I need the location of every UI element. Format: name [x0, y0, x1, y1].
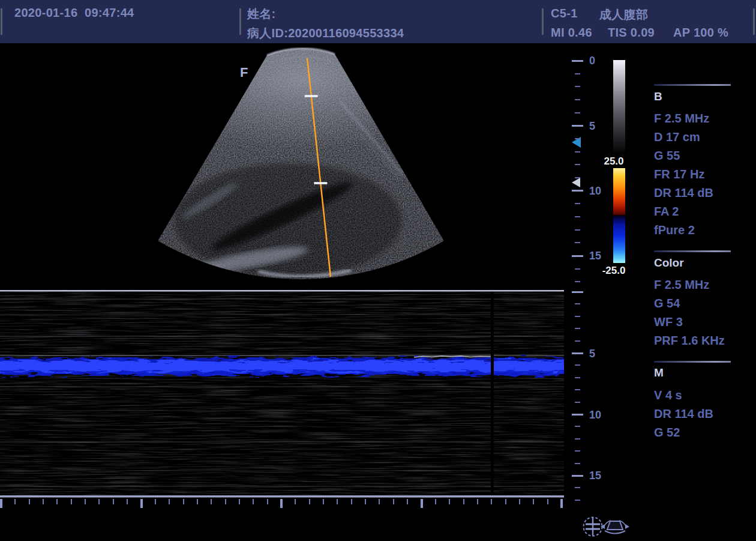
time-tick: [211, 499, 212, 504]
depth-label-b-15: 15: [589, 250, 601, 262]
panel-divider: [654, 250, 731, 252]
depth-tick-b: [575, 138, 580, 139]
gate-depth-marker-icon[interactable]: [572, 178, 580, 187]
b-param-depth: D 17 cm: [654, 128, 700, 147]
time-tick: [56, 499, 58, 504]
orientation-marker: F: [240, 65, 248, 80]
time-tick: [491, 499, 492, 504]
ellipse-measure-icon[interactable]: [584, 518, 602, 536]
time-tick: [533, 499, 534, 504]
time-tick: [0, 499, 2, 508]
time-tick: [113, 499, 114, 504]
depth-tick-b: [572, 125, 583, 127]
m-area-top-border: [0, 290, 564, 292]
time-tick: [169, 499, 170, 504]
color-flow-band: [0, 358, 564, 375]
b-section-title: B: [654, 90, 662, 103]
time-tick: [280, 499, 283, 508]
time-tick: [463, 499, 464, 504]
time-tick: [449, 499, 450, 504]
depth-tick-b: [575, 268, 580, 270]
depth-tick-b: [575, 99, 580, 100]
depth-tick-m: [575, 450, 580, 452]
time-tick: [253, 499, 254, 504]
depth-tick-m: [572, 475, 583, 477]
time-tick: [407, 499, 408, 504]
ap-value: AP 100 %: [673, 26, 728, 40]
depth-tick-m: [575, 303, 580, 304]
depth-tick-b: [575, 73, 580, 74]
patient-id: 病人ID:20200116094553334: [247, 25, 404, 41]
time-tick: [155, 499, 156, 504]
time-tick: [71, 499, 72, 504]
time-tick: [421, 499, 423, 508]
color-param-wallfilter: WF 3: [654, 313, 683, 331]
tis-value: TIS 0.09: [608, 26, 655, 40]
color-section-title: Color: [654, 256, 684, 270]
depth-tick-b: [575, 177, 580, 178]
depth-tick-m: [575, 364, 580, 366]
time-tick: [309, 499, 310, 504]
probe-orientation-icon[interactable]: [601, 521, 629, 534]
b-param-dynamicrange: DR 114 dB: [654, 184, 713, 202]
b-param-gain: G 55: [654, 147, 680, 165]
time-tick: [505, 499, 506, 504]
time-tick: [29, 499, 30, 504]
panel-divider: [654, 84, 731, 86]
time-tick: [379, 499, 380, 504]
depth-label-m-10: 10: [589, 409, 601, 422]
tool-icons: [570, 512, 636, 540]
depth-tick-m: [575, 377, 580, 378]
separator: [239, 8, 241, 35]
time-tick: [98, 499, 100, 504]
time-tick: [295, 499, 296, 504]
time-tick: [85, 499, 86, 504]
time-tick: [547, 499, 548, 504]
depth-tick-m: [575, 487, 580, 488]
velocity-max-label: 25.0: [596, 156, 631, 168]
depth-tick-m: [572, 291, 583, 293]
depth-tick-m: [575, 426, 580, 427]
depth-label-m-15: 15: [589, 470, 601, 482]
depth-tick-m: [575, 438, 580, 440]
top-status-bar: 2020-01-16 09:47:44 姓名: 病人ID:20200116094…: [0, 0, 756, 43]
depth-tick-m: [575, 500, 580, 501]
depth-label-m-5: 5: [589, 348, 595, 360]
depth-tick-m: [575, 389, 580, 390]
mi-value: MI 0.46: [551, 26, 592, 40]
m-param-dynamicrange: DR 114 dB: [654, 405, 713, 423]
patient-name-label: 姓名:: [247, 6, 276, 22]
color-param-gain: G 54: [654, 294, 680, 313]
color-param-frequency: F 2.5 MHz: [654, 276, 709, 294]
depth-tick-m: [575, 316, 580, 317]
time-tick: [323, 499, 324, 504]
time-tick: [519, 499, 520, 504]
depth-tick-m: [572, 414, 583, 416]
separator: [753, 8, 755, 35]
depth-tick-b: [572, 190, 583, 192]
depth-tick-b: [575, 86, 580, 87]
time-tick: [225, 499, 226, 504]
grayscale-bar: [613, 60, 625, 154]
time-tick: [183, 499, 184, 504]
separator: [1, 8, 2, 35]
m-param-sweepspeed: V 4 s: [654, 386, 682, 405]
depth-label-b-10: 10: [589, 185, 601, 198]
depth-tick-b: [575, 229, 580, 231]
depth-tick-m: [575, 340, 580, 342]
b-mode-image: [0, 43, 564, 295]
time-tick: [43, 499, 44, 504]
depth-tick-m: [575, 463, 580, 464]
time-tick: [267, 499, 268, 504]
b-param-framerate: FR 17 Hz: [654, 165, 704, 184]
b-param-frequency: F 2.5 MHz: [654, 109, 709, 128]
time-tick: [435, 499, 436, 504]
m-gate-marker-2[interactable]: [314, 182, 327, 184]
time-tick: [365, 499, 366, 504]
depth-tick-b: [575, 216, 580, 217]
time-tick: [351, 499, 352, 504]
m-gate-marker-1[interactable]: [305, 95, 318, 97]
m-param-gain: G 52: [654, 423, 680, 442]
depth-tick-b: [575, 203, 580, 204]
time-tick: [337, 499, 338, 504]
